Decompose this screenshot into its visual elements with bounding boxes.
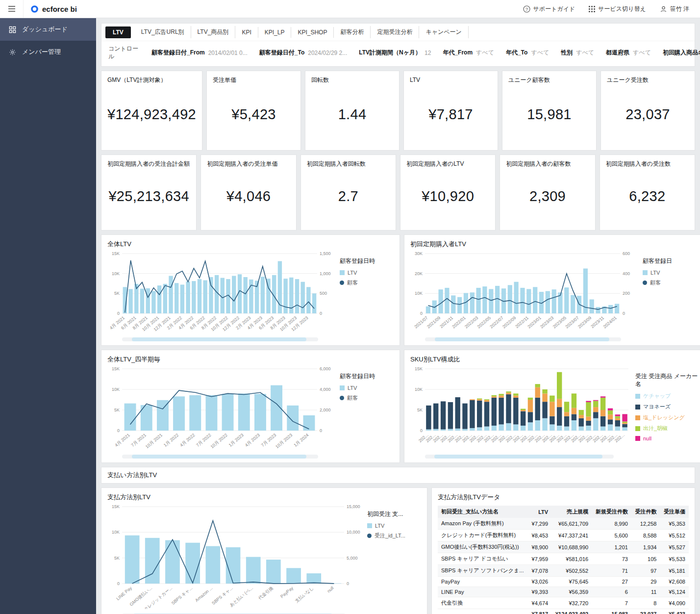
svg-text:10K: 10K xyxy=(112,530,120,535)
legend-item-order-count[interactable]: 受注_id_LT... xyxy=(367,532,421,539)
ltv-swatch-icon xyxy=(643,270,648,275)
svg-text:0: 0 xyxy=(420,311,423,316)
table-row: Amazon Pay (手数料無料)¥7,299¥65,621,7098,990… xyxy=(438,518,689,530)
chart-title: SKU別LTV構成比 xyxy=(410,355,698,364)
payment-table: 初回受注_支払い方法名LTV売上規模新規受注件数受注件数受注単価 Amazon … xyxy=(438,506,689,614)
svg-text:5K: 5K xyxy=(114,556,120,561)
scrollbar-thumb[interactable] xyxy=(132,455,306,459)
filter-customer-reg-from[interactable]: 顧客登録日付_From 2014/02/01 0... xyxy=(151,49,248,57)
sidebar-item-member-management[interactable]: メンバー管理 xyxy=(0,41,96,63)
tab-kpi-shop[interactable]: KPI_SHOP xyxy=(291,27,334,38)
kpi-card-first-sub-ltv: 初回定期購入者のLTV¥10,920 xyxy=(400,154,496,230)
legend-item-ltv[interactable]: LTV xyxy=(643,270,697,276)
brand-name: ecforce bi xyxy=(42,5,77,13)
tab-campaign[interactable]: キャンペーン xyxy=(419,26,468,38)
legend-item-mayonnaise[interactable]: マヨネーズ xyxy=(635,403,698,410)
filter-customer-reg-to[interactable]: 顧客登録日付_To 2024/02/29 2... xyxy=(259,49,348,57)
svg-text:0: 0 xyxy=(117,428,120,433)
table-header[interactable]: 受注単価 xyxy=(660,506,689,518)
legend-item-null[interactable]: null xyxy=(635,435,698,441)
value-cell: ¥7,959 xyxy=(528,553,551,565)
scrollbar-thumb[interactable] xyxy=(132,337,306,341)
kpi-card-order-unit-price: 受注単価¥5,423 xyxy=(206,71,301,151)
first-subscriber-chart-scrollbar[interactable] xyxy=(425,337,621,341)
payment-table-title: 支払方法別LTVデータ xyxy=(438,493,689,502)
table-header[interactable]: 売上規模 xyxy=(551,506,592,518)
service-switch-button[interactable]: サービス切り替え xyxy=(589,5,646,13)
svg-text:5K: 5K xyxy=(417,408,423,412)
support-guide-link[interactable]: ? サポートガイド xyxy=(523,5,575,13)
control-bar: コントロール 顧客登録日付_From 2014/02/01 0... 顧客登録日… xyxy=(101,41,695,66)
svg-text:1月 2022: 1月 2022 xyxy=(163,433,179,448)
tab-ltv-product[interactable]: LTV_商品別 xyxy=(191,26,236,38)
legend-item-customer[interactable]: 顧客 xyxy=(643,279,697,286)
table-header[interactable]: 新規受注件数 xyxy=(592,506,631,518)
legend-item-dressing[interactable]: 塩_ドレッシング xyxy=(635,414,698,421)
value-cell: ¥502,552 xyxy=(551,565,592,577)
legend-item-customer[interactable]: 顧客 xyxy=(340,279,394,286)
payment-method-cell: 代金引換 xyxy=(438,597,528,609)
legend-item-ltv[interactable]: LTV xyxy=(340,270,394,276)
svg-text:2,000: 2,000 xyxy=(320,408,331,412)
tab-ltv-ad-url[interactable]: LTV_広告URL別 xyxy=(135,26,191,38)
svg-text:200: 200 xyxy=(623,291,630,296)
svg-text:2023/05: 2023/05 xyxy=(552,315,567,330)
hamburger-icon xyxy=(8,5,16,12)
topbar-actions: ? サポートガイド サービス切り替え 笹竹 洋 xyxy=(523,5,700,13)
ketchup-swatch-icon xyxy=(635,394,640,399)
svg-text:2022/03: 2022/03 xyxy=(464,315,479,330)
value-cell: ¥5,527 xyxy=(660,541,689,553)
scrollbar-thumb[interactable] xyxy=(435,337,609,341)
value-cell: ¥5,124 xyxy=(660,587,689,597)
kpi-card-first-sub-total: 初回定期購入者の受注合計金額¥25,213,634 xyxy=(101,154,197,230)
svg-text:2023/11: 2023/11 xyxy=(590,315,605,329)
tab-kpi[interactable]: KPI xyxy=(235,27,258,38)
table-header[interactable]: 受注件数 xyxy=(631,506,660,518)
svg-text:0: 0 xyxy=(420,428,423,433)
legend-item-customer[interactable]: 顧客 xyxy=(340,394,394,402)
svg-text:代金引換: 代金引換 xyxy=(257,586,274,601)
value-cell: ¥3,026 xyxy=(528,577,551,587)
sku-ltv-chart: 05K10K15K202...202...202...202...202...2… xyxy=(410,366,633,452)
user-menu[interactable]: 笹竹 洋 xyxy=(660,5,689,13)
svg-text:2024/01: 2024/01 xyxy=(602,315,618,330)
chart-card-sku-ltv-composition: SKU別LTV構成比 05K10K15K202...202...202...20… xyxy=(404,350,700,463)
filter-first-product[interactable]: 初回購入商品名 すべて xyxy=(663,49,700,57)
legend-item-ltv[interactable]: LTV xyxy=(367,523,421,529)
sku-chart-scrollbar[interactable] xyxy=(425,455,614,459)
tab-ltv[interactable]: LTV xyxy=(105,26,131,38)
value-cell: ¥5,512 xyxy=(660,530,689,541)
filter-age-to[interactable]: 年代_To すべて xyxy=(506,49,549,57)
sidebar-item-label: メンバー管理 xyxy=(22,48,61,56)
overall-ltv-chart: 005K50010K1,00015K1,5004月 20216月 20218月 … xyxy=(107,251,338,335)
tab-subscription-analysis[interactable]: 定期受注分析 xyxy=(371,26,419,38)
null-swatch-icon xyxy=(635,436,640,441)
menu-toggle-button[interactable] xyxy=(0,0,24,18)
quarterly-chart-scrollbar[interactable] xyxy=(122,455,318,459)
value-cell: 1,201 xyxy=(592,541,631,553)
support-guide-label: サポートガイド xyxy=(533,5,575,13)
controls-label: コントロール xyxy=(108,45,140,60)
filter-gender[interactable]: 性別 すべて xyxy=(561,49,594,57)
overall-ltv-chart-scrollbar[interactable] xyxy=(122,337,318,341)
chart-card-first-subscriber-ltv: 初回定期購入者LTV 0010K20020K40030K6002021/0720… xyxy=(404,234,700,346)
legend-item-dashi-pepper[interactable]: 出汁_胡椒 xyxy=(635,425,698,432)
legend-item-ltv[interactable]: LTV xyxy=(340,385,394,391)
tab-customer-analysis[interactable]: 顧客分析 xyxy=(334,26,371,38)
filter-ltv-period[interactable]: LTV計測期間（Nヶ月） 12 xyxy=(359,49,431,57)
svg-text:10月 2021: 10月 2021 xyxy=(145,433,163,449)
value-cell: ¥5,353 xyxy=(660,518,689,530)
svg-text:Amazon ...: Amazon ... xyxy=(194,586,213,603)
tab-kpi-lp[interactable]: KPI_LP xyxy=(258,27,292,38)
order-count-swatch-icon xyxy=(367,534,372,538)
legend-item-ketchup[interactable]: ケチャップ xyxy=(635,392,698,400)
chart-legend: 顧客登録日時 LTV 顧客 xyxy=(340,251,394,341)
filter-age-from[interactable]: 年代_From すべて xyxy=(443,49,494,57)
legend-title: 初回受注 支... xyxy=(367,511,421,518)
table-header[interactable]: 初回受注_支払い方法名 xyxy=(438,506,528,518)
brand-logo[interactable]: ecforce bi xyxy=(24,5,84,13)
scrollbar-thumb[interactable] xyxy=(434,455,602,459)
sidebar-item-dashboard[interactable]: ダッシュボード xyxy=(0,18,96,41)
filter-prefecture[interactable]: 都道府県 すべて xyxy=(606,49,651,57)
table-header[interactable]: LTV xyxy=(528,506,551,518)
